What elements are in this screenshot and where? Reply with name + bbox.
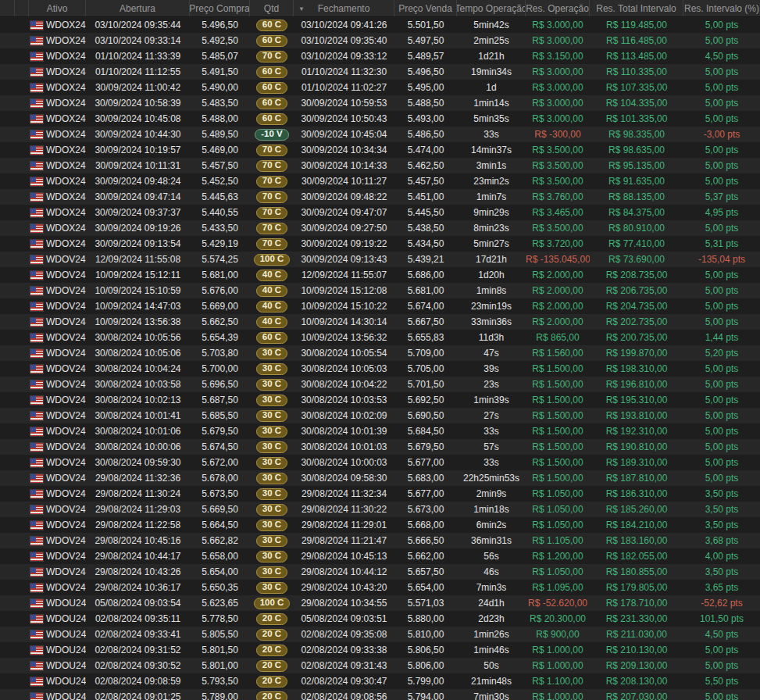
cell-res_intervalo: 5,00 pts: [683, 35, 760, 46]
cell-preco_compra: 5.778,50: [190, 613, 250, 624]
table-row[interactable]: WDOX2401/10/2024 11:33:395.485,0770 C03/…: [0, 48, 760, 64]
table-row[interactable]: WDOV2430/08/2024 09:59:305.672,0030 C30/…: [0, 455, 760, 470]
table-row[interactable]: WDOV2430/08/2024 10:03:585.696,5030 C30/…: [0, 377, 760, 392]
cell-res_operacao: R$ 2.000,00: [526, 270, 590, 280]
cell-qtd: 70 C: [250, 238, 294, 249]
table-row[interactable]: WDOU2402/08/2024 09:08:595.793,5020 C02/…: [0, 673, 760, 689]
table-row[interactable]: WDOV2410/09/2024 13:56:385.662,5040 C10/…: [0, 314, 760, 330]
table-row[interactable]: WDOU2405/08/2024 09:03:545.623,65100 C29…: [0, 595, 760, 611]
cell-preco_venda: 5.673,00: [394, 504, 457, 515]
column-header-preco_venda[interactable]: Preço Venda: [394, 0, 457, 16]
table-row[interactable]: WDOV2430/08/2024 10:04:245.700,0030 C30/…: [0, 361, 760, 377]
cell-res_intervalo: 5,37 pts: [683, 191, 760, 202]
table-row[interactable]: WDOV2429/08/2024 10:44:175.658,0030 C29/…: [0, 548, 760, 564]
column-header-qtd[interactable]: Qtd: [250, 0, 294, 16]
table-row[interactable]: WDOV2429/08/2024 10:43:265.654,0030 C29/…: [0, 564, 760, 580]
table-row[interactable]: WDOX2430/09/2024 10:44:305.489,50-10 V30…: [0, 127, 760, 142]
table-row[interactable]: WDOX2430/09/2024 10:58:395.483,5060 C30/…: [0, 95, 760, 111]
column-header-fechamento[interactable]: ▼Fechamento: [294, 0, 394, 16]
table-row[interactable]: WDOX2430/09/2024 09:37:375.440,5570 C30/…: [0, 205, 760, 220]
table-row[interactable]: WDOX2401/10/2024 11:12:555.491,5060 C01/…: [0, 64, 760, 80]
table-row[interactable]: WDOV2430/08/2024 10:05:565.654,3960 C10/…: [0, 330, 760, 345]
column-header-res_intervalo[interactable]: Res. Intervalo (%): [683, 0, 760, 16]
ticker-label: WDOV24: [46, 254, 86, 265]
table-row[interactable]: WDOV2430/08/2024 10:01:065.679,5030 C30/…: [0, 423, 760, 439]
qty-badge: 30 C: [256, 348, 287, 359]
table-row[interactable]: WDOX2430/09/2024 11:00:425.490,0060 C01/…: [0, 80, 760, 95]
sort-descending-icon[interactable]: ▼: [298, 5, 305, 12]
cell-fechamento: 10/09/2024 14:30:14: [294, 316, 394, 327]
cell-qtd: 30 C: [250, 488, 294, 499]
table-row[interactable]: WDOV2429/08/2024 11:30:245.673,5030 C29/…: [0, 486, 760, 502]
column-header-res_total[interactable]: Res. Total Intervalo: [590, 0, 683, 16]
cell-fechamento: 30/08/2024 10:05:54: [294, 348, 394, 359]
ticker-label: WDOV24: [46, 316, 86, 327]
table-row[interactable]: WDOV2430/08/2024 10:02:135.687,5030 C30/…: [0, 392, 760, 408]
cell-abertura: 29/08/2024 11:30:24: [86, 488, 190, 499]
table-row[interactable]: WDOV2410/09/2024 14:47:035.669,0040 C10/…: [0, 298, 760, 314]
cell-res_operacao: R$ 1.050,00: [526, 488, 590, 499]
column-header-abertura[interactable]: Abertura: [86, 0, 190, 16]
cell-tempo: 57s: [457, 441, 526, 452]
table-row[interactable]: WDOV2430/08/2024 10:05:065.703,8030 C30/…: [0, 345, 760, 361]
table-row[interactable]: WDOV2430/08/2024 10:00:065.674,5030 C30/…: [0, 439, 760, 455]
column-header-ativo[interactable]: Ativo: [29, 0, 86, 16]
table-row[interactable]: WDOU2402/08/2024 09:01:255.789,0020 C02/…: [0, 689, 760, 700]
table-row[interactable]: WDOV2430/08/2024 10:01:415.685,5030 C30/…: [0, 408, 760, 423]
cell-res_intervalo: 1,44 pts: [683, 332, 760, 343]
table-row[interactable]: WDOU2402/08/2024 09:35:115.778,5020 C05/…: [0, 611, 760, 627]
cell-fechamento: 30/08/2024 10:01:39: [294, 426, 394, 437]
ticker-label: WDOU24: [46, 629, 86, 640]
table-row[interactable]: WDOV2429/08/2024 11:29:035.669,5030 C29/…: [0, 502, 760, 517]
cell-res_operacao: R$ 865,00: [526, 332, 590, 343]
column-header-res_operacao[interactable]: Res. Operação: [526, 0, 590, 16]
table-row[interactable]: WDOX2430/09/2024 10:19:575.469,0070 C30/…: [0, 142, 760, 158]
cell-res_operacao: R$ 1.200,00: [526, 551, 590, 562]
table-row[interactable]: WDOV2410/09/2024 15:10:595.676,0040 C10/…: [0, 283, 760, 298]
cell-tempo: 1min46s: [457, 645, 526, 655]
table-row[interactable]: WDOX2430/09/2024 10:11:315.457,5070 C30/…: [0, 158, 760, 173]
table-row[interactable]: WDOV2429/08/2024 11:32:365.678,0030 C30/…: [0, 470, 760, 486]
cell-fechamento: 29/08/2024 10:45:13: [294, 551, 394, 562]
us-flag-icon: [30, 584, 43, 592]
column-header-label: Res. Operação: [526, 3, 589, 14]
qty-badge: 60 C: [256, 98, 287, 109]
table-row[interactable]: WDOU2402/08/2024 09:30:525.801,0020 C02/…: [0, 658, 760, 673]
table-row[interactable]: WDOX2430/09/2024 10:45:085.488,0060 C30/…: [0, 111, 760, 127]
table-row[interactable]: WDOX2430/09/2024 09:47:145.445,6370 C30/…: [0, 189, 760, 205]
cell-abertura: 10/09/2024 14:47:03: [86, 301, 190, 312]
cell-abertura: 30/08/2024 10:00:06: [86, 441, 190, 452]
table-row[interactable]: WDOX2430/09/2024 09:19:265.433,5070 C30/…: [0, 220, 760, 236]
cell-res_operacao: R$ 1.500,00: [526, 426, 590, 437]
cell-res_operacao: R$ -52.620,00: [526, 598, 590, 609]
table-row[interactable]: WDOV2412/09/2024 11:55:085.574,25100 C30…: [0, 252, 760, 267]
cell-tempo: 14min37s: [457, 145, 526, 155]
table-row[interactable]: WDOV2429/08/2024 11:22:585.664,5030 C29/…: [0, 517, 760, 533]
cell-res_operacao: R$ 3.500,00: [526, 223, 590, 234]
cell-res_total: R$ 179.805,00: [590, 582, 683, 593]
table-row[interactable]: WDOU2402/08/2024 09:33:415.805,5020 C02/…: [0, 627, 760, 642]
table-row[interactable]: WDOX2403/10/2024 09:35:445.496,5060 C03/…: [0, 17, 760, 33]
table-row[interactable]: WDOV2410/09/2024 15:12:115.681,0040 C12/…: [0, 267, 760, 283]
table-row[interactable]: WDOX2430/09/2024 09:48:245.452,5070 C30/…: [0, 173, 760, 189]
cell-qtd: 60 C: [250, 81, 294, 93]
ticker-label: WDOX24: [46, 113, 86, 124]
qty-badge: 70 C: [256, 238, 287, 250]
us-flag-icon: [30, 130, 43, 139]
cell-tempo: 46s: [457, 566, 526, 577]
column-header-tempo[interactable]: Tempo Operação: [457, 0, 526, 16]
table-row[interactable]: WDOU2402/08/2024 09:31:525.801,5020 C02/…: [0, 642, 760, 658]
table-row[interactable]: WDOX2403/10/2024 09:33:145.492,5060 C03/…: [0, 33, 760, 48]
table-row[interactable]: WDOX2430/09/2024 09:13:545.429,1970 C30/…: [0, 236, 760, 252]
cell-res_operacao: R$ 20.300,00: [526, 613, 590, 624]
cell-res_intervalo: 5,00 pts: [683, 363, 760, 374]
ticker-label: WDOV24: [46, 348, 86, 359]
qty-badge: 20 C: [256, 691, 287, 700]
cell-ativo: WDOV24: [29, 441, 86, 452]
qty-badge: 30 C: [256, 566, 287, 578]
column-header-preco_compra[interactable]: Preço Compra: [190, 0, 250, 16]
cell-res_operacao: R$ 2.000,00: [526, 316, 590, 327]
table-row[interactable]: WDOV2429/08/2024 10:36:175.650,3530 C29/…: [0, 580, 760, 595]
table-row[interactable]: WDOV2429/08/2024 10:45:165.662,8230 C29/…: [0, 533, 760, 548]
cell-qtd: 70 C: [250, 175, 294, 187]
